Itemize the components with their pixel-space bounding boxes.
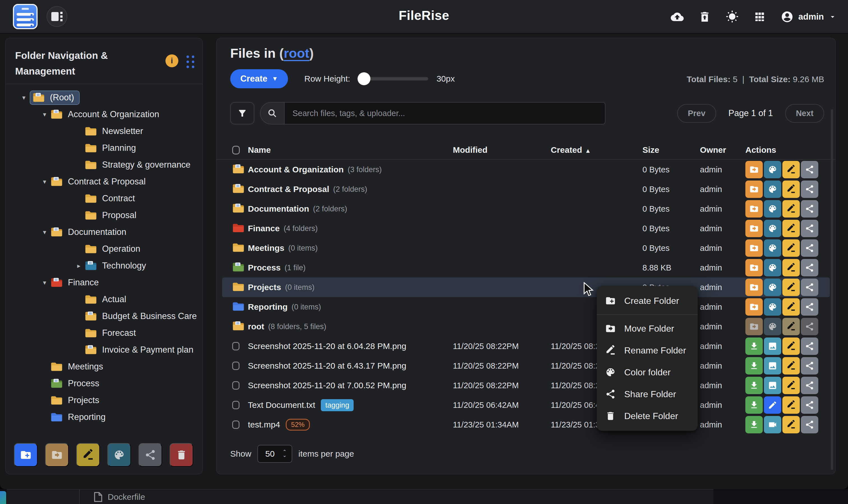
share-folder-button[interactable] <box>139 443 162 467</box>
tree-item-meetings[interactable]: Meetings <box>6 358 202 375</box>
table-row[interactable]: Account & Organization(3 folders)0 Bytes… <box>222 160 830 179</box>
item-name[interactable]: Projects <box>248 283 281 292</box>
tree-caret-icon[interactable]: ▸ <box>73 262 85 270</box>
item-name[interactable]: Contract & Proposal <box>248 184 329 194</box>
tree-caret-icon[interactable]: ▾ <box>39 279 51 287</box>
menu-item-share-folder[interactable]: Share Folder <box>597 383 698 405</box>
preview-image-button[interactable] <box>764 338 781 355</box>
move-folder-button[interactable] <box>745 259 763 276</box>
light-mode-icon[interactable] <box>725 10 739 23</box>
select-all-checkbox[interactable] <box>232 146 240 155</box>
tree-item-projects[interactable]: Projects <box>6 392 202 409</box>
info-icon[interactable]: i <box>165 54 178 67</box>
table-row[interactable]: Finance(4 folders)0 Bytesadmin <box>222 219 830 238</box>
rename-folder-button[interactable] <box>76 443 100 467</box>
menu-item-color-folder[interactable]: Color folder <box>597 361 698 383</box>
color-folder-button[interactable] <box>764 220 781 237</box>
table-row[interactable]: Documentation(2 folders)0 Bytesadmin <box>222 199 830 219</box>
tree-item-reporting[interactable]: Reporting <box>6 409 202 426</box>
share-folder-button[interactable] <box>801 200 818 217</box>
tree-item-account-organization[interactable]: ▾Account & Organization <box>6 106 202 123</box>
table-row[interactable]: root(8 folders, 5 files)admin <box>222 317 830 336</box>
tree-item-contract-proposal[interactable]: ▾Contract & Proposal <box>6 173 202 190</box>
prev-page-button[interactable]: Prev <box>677 104 716 123</box>
item-name[interactable]: Process <box>248 263 281 272</box>
table-row[interactable]: Screenshot 2025-11-20 at 6.04.28 PM.png1… <box>222 336 830 356</box>
cloud-upload-icon[interactable] <box>671 10 684 23</box>
rename-folder-button[interactable] <box>782 220 800 237</box>
table-row[interactable]: Contract & Proposal(2 folders)0 Bytesadm… <box>222 179 830 199</box>
row-checkbox[interactable] <box>232 420 240 429</box>
tree-item-operation[interactable]: Operation <box>6 240 202 257</box>
color-folder-button[interactable] <box>764 298 781 316</box>
preview-image-button[interactable] <box>764 357 781 375</box>
tree-item-strategy-governance[interactable]: Strategy & governance <box>6 157 202 173</box>
trash-restore-icon[interactable] <box>698 10 711 23</box>
download-file-button[interactable] <box>745 416 763 433</box>
row-checkbox[interactable] <box>232 362 240 370</box>
tree-item-invoice-payment-plan[interactable]: Invoice & Payment plan <box>6 341 202 358</box>
row-checkbox[interactable] <box>232 401 240 409</box>
menu-item-rename-folder[interactable]: Rename Folder <box>597 340 698 361</box>
move-folder-button[interactable] <box>745 318 763 335</box>
root-link[interactable]: root <box>284 46 309 60</box>
move-folder-button[interactable] <box>745 239 763 257</box>
rename-folder-button[interactable] <box>782 278 800 296</box>
rename-folder-button[interactable] <box>782 239 800 257</box>
selected-tree-item[interactable]: (Root) <box>30 91 80 105</box>
move-folder-button[interactable] <box>745 181 763 198</box>
tree-item-technology[interactable]: ▸Technology <box>6 257 202 274</box>
item-name[interactable]: Account & Organization <box>248 165 344 174</box>
rename-folder-button[interactable] <box>782 318 800 335</box>
drag-handle-icon[interactable] <box>187 55 195 68</box>
move-folder-button[interactable] <box>745 200 763 217</box>
tree-item--root-[interactable]: ▾(Root) <box>6 89 202 106</box>
move-folder-button[interactable] <box>745 220 763 237</box>
tree-item-newsletter[interactable]: Newsletter <box>6 123 202 140</box>
menu-item-create-folder[interactable]: Create Folder <box>597 290 698 312</box>
tree-item-planning[interactable]: Planning <box>6 140 202 157</box>
scrollbar[interactable] <box>831 109 833 470</box>
tree-item-actual[interactable]: Actual <box>6 291 202 308</box>
move-folder-button[interactable] <box>745 161 763 178</box>
table-row[interactable]: Screenshot 2025-11-20 at 7.00.52 PM.png1… <box>222 376 830 395</box>
row-height-slider[interactable] <box>358 77 428 80</box>
share-folder-button[interactable] <box>801 181 818 198</box>
move-folder-button[interactable] <box>45 443 69 467</box>
apps-grid-icon[interactable] <box>753 10 766 23</box>
rename-folder-button[interactable] <box>782 200 800 217</box>
create-folder-button[interactable] <box>14 443 38 467</box>
item-name[interactable]: Screenshot 2025-11-20 at 6.04.28 PM.png <box>248 341 406 351</box>
color-folder-button[interactable] <box>764 278 781 296</box>
move-folder-button[interactable] <box>745 298 763 316</box>
next-page-button[interactable]: Next <box>785 104 824 123</box>
column-owner[interactable]: Owner <box>700 145 745 155</box>
share-folder-button[interactable] <box>801 161 818 178</box>
share-folder-button[interactable] <box>801 318 818 335</box>
tree-item-forecast[interactable]: Forecast <box>6 325 202 341</box>
color-folder-button[interactable] <box>107 443 131 467</box>
tree-item-contract[interactable]: Contract <box>6 190 202 207</box>
slider-thumb[interactable] <box>357 72 370 85</box>
item-name[interactable]: root <box>248 322 264 331</box>
user-menu[interactable]: admin <box>780 10 837 23</box>
rename-file-button[interactable] <box>782 396 800 414</box>
column-size[interactable]: Size <box>642 145 700 155</box>
table-row[interactable]: test.mp452%11/23/25 01:34AM11/23/25 01:3… <box>222 415 830 434</box>
table-row[interactable]: Screenshot 2025-11-20 at 6.43.17 PM.png1… <box>222 356 830 376</box>
download-file-button[interactable] <box>745 338 763 355</box>
create-button[interactable]: Create ▼ <box>230 69 288 88</box>
item-name[interactable]: Finance <box>248 224 280 233</box>
rename-file-button[interactable] <box>782 357 800 375</box>
tree-item-documentation[interactable]: ▾Documentation <box>6 224 202 240</box>
move-folder-button[interactable] <box>745 278 763 296</box>
color-folder-button[interactable] <box>764 200 781 217</box>
share-file-button[interactable] <box>801 338 818 355</box>
share-file-button[interactable] <box>801 416 818 433</box>
rename-file-button[interactable] <box>782 338 800 355</box>
table-row[interactable]: Text Document.txttagging11/20/25 06:42AM… <box>222 395 830 415</box>
tree-caret-icon[interactable]: ▾ <box>39 229 51 236</box>
item-name[interactable]: Meetings <box>248 243 284 253</box>
menu-item-delete-folder[interactable]: Delete Folder <box>597 405 698 427</box>
table-row[interactable]: Process(1 file)8.88 KBadmin <box>222 258 830 277</box>
